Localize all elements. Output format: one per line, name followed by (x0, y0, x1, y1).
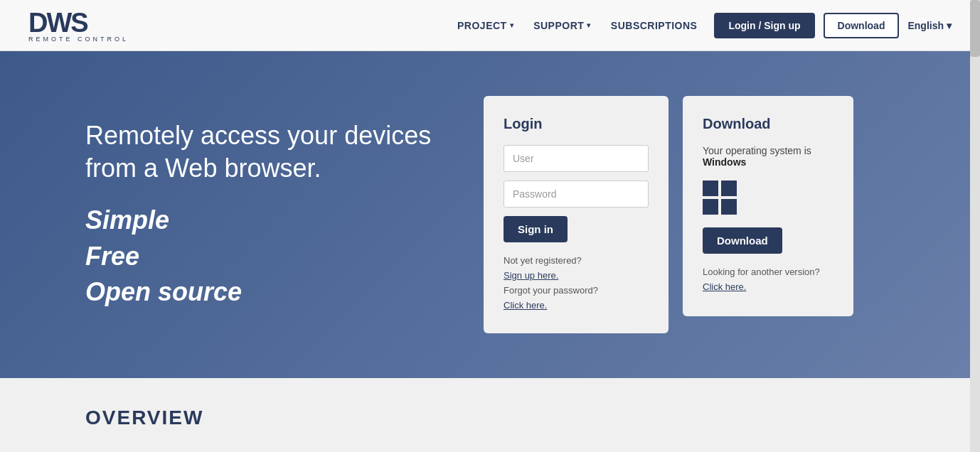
download-card-title: Download (703, 116, 833, 132)
not-registered-text: Not yet registered? (504, 255, 582, 266)
scrollbar[interactable] (970, 0, 980, 443)
nav-actions: Login / Sign up Download English ▾ (714, 13, 952, 38)
logo-wrapper: DWS REMOTE CONTROL (28, 8, 129, 43)
signup-link[interactable]: Sign up here. (504, 270, 558, 281)
language-selector[interactable]: English ▾ (907, 20, 952, 31)
win-square-tl (703, 181, 718, 196)
language-label: English (907, 20, 944, 31)
nav-download-button[interactable]: Download (824, 13, 900, 38)
language-caret-icon: ▾ (947, 20, 952, 31)
nav-subscriptions[interactable]: SUBSCRIPTIONS (611, 20, 698, 31)
forgot-password-text: Forgot your password? (504, 285, 598, 296)
nav-support-label: SUPPORT (533, 20, 584, 31)
login-signup-button[interactable]: Login / Sign up (714, 13, 814, 38)
os-description: Your operating system is (703, 145, 811, 156)
forgot-click-here-link[interactable]: Click here. (504, 300, 547, 311)
win-square-tr (721, 181, 737, 196)
nav-project[interactable]: PROJECT ▾ (457, 20, 513, 31)
signin-button[interactable]: Sign in (504, 216, 568, 242)
navbar: DWS REMOTE CONTROL PROJECT ▾ SUPPORT ▾ S… (0, 0, 980, 51)
tagline-line1: Simple (85, 205, 169, 235)
tagline-line3: Open source (85, 277, 242, 306)
nav-project-label: PROJECT (457, 20, 507, 31)
logo-sub: REMOTE CONTROL (28, 36, 129, 43)
looking-for-text: Looking for another version? (703, 267, 820, 277)
login-card: Login Sign in Not yet registered? Sign u… (484, 96, 669, 333)
hero-text: Remotely access your devices from a Web … (85, 119, 441, 311)
windows-logo-icon (703, 181, 737, 215)
download-card: Download Your operating system is Window… (683, 96, 853, 316)
overview-title: OVERVIEW (85, 407, 895, 429)
os-name: Windows (703, 156, 746, 168)
nav-support[interactable]: SUPPORT ▾ (533, 20, 591, 31)
hero-section: Remotely access your devices from a Web … (0, 51, 980, 378)
nav-subscriptions-label: SUBSCRIPTIONS (611, 20, 698, 31)
os-text: Your operating system is Windows (703, 145, 833, 168)
nav-links: PROJECT ▾ SUPPORT ▾ SUBSCRIPTIONS (457, 20, 697, 31)
cards-area: Login Sign in Not yet registered? Sign u… (484, 96, 853, 333)
logo-text: DWS (28, 8, 129, 38)
nav-support-caret: ▾ (587, 21, 591, 29)
login-card-title: Login (504, 116, 649, 132)
logo-area: DWS REMOTE CONTROL (28, 8, 129, 43)
hero-headline: Remotely access your devices from a Web … (85, 119, 441, 186)
win-square-br (721, 199, 737, 215)
other-version-link[interactable]: Click here. (703, 281, 746, 292)
login-meta: Not yet registered? Sign up here. Forgot… (504, 254, 649, 313)
win-square-bl (703, 199, 718, 215)
download-button[interactable]: Download (703, 227, 782, 254)
scrollbar-thumb[interactable] (970, 0, 980, 57)
tagline-line2: Free (85, 242, 139, 271)
nav-project-caret: ▾ (510, 21, 514, 29)
hero-tagline: Simple Free Open source (85, 203, 441, 310)
password-input[interactable] (504, 181, 649, 208)
overview-section: OVERVIEW (0, 378, 980, 443)
download-meta: Looking for another version? Click here. (703, 265, 833, 295)
user-input[interactable] (504, 145, 649, 172)
